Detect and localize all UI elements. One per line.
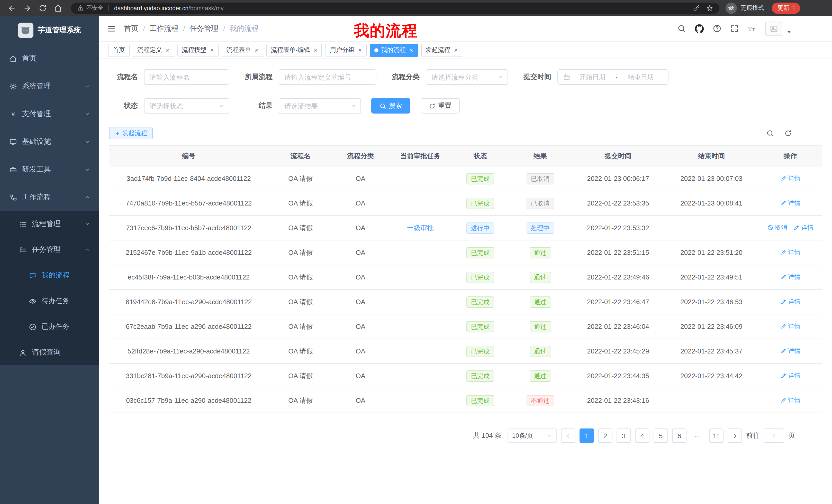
- avatar[interactable]: [765, 21, 782, 36]
- browser-menu-icon[interactable]: [791, 5, 797, 11]
- breadcrumb-item-2[interactable]: 任务管理: [190, 24, 218, 33]
- detail-action-link[interactable]: 详情: [780, 248, 800, 257]
- table-row: 819442e8-7b9a-11ec-a290-acde48001122OA 请…: [109, 289, 822, 314]
- detail-action-link[interactable]: 详情: [780, 322, 800, 331]
- detail-action-link[interactable]: 详情: [780, 298, 800, 306]
- sidebar-item-7[interactable]: 任务管理: [0, 237, 99, 262]
- browser-back-icon[interactable]: [8, 4, 16, 12]
- sidebar-item-0[interactable]: 首页: [0, 45, 99, 73]
- sidebar-item-4[interactable]: 研发工具: [0, 156, 99, 184]
- refresh-table-icon[interactable]: [784, 129, 792, 137]
- detail-action-link[interactable]: 详情: [780, 371, 800, 380]
- cell-category: OA: [333, 388, 388, 413]
- result-tag: 通过: [529, 272, 551, 283]
- tab-close-icon[interactable]: ×: [358, 47, 362, 53]
- status-select[interactable]: [144, 98, 229, 114]
- breadcrumb-item-1[interactable]: 工作流程: [150, 24, 178, 33]
- pagination-prev-button[interactable]: [561, 428, 575, 443]
- create-process-button[interactable]: 发起流程: [109, 127, 153, 139]
- tab-close-icon[interactable]: ×: [409, 47, 413, 53]
- cancel-action-link[interactable]: 取消: [767, 223, 787, 232]
- tab-close-icon[interactable]: ×: [255, 47, 258, 53]
- browser-reload-icon[interactable]: [38, 4, 47, 12]
- security-warning-icon[interactable]: [77, 5, 84, 11]
- tab-close-icon[interactable]: ×: [210, 47, 214, 53]
- sidebar-item-1[interactable]: 系统管理: [0, 73, 99, 100]
- detail-action-link[interactable]: 详情: [780, 273, 800, 282]
- detail-action-link[interactable]: 详情: [780, 347, 800, 356]
- sidebar-item-11[interactable]: 请假查询: [0, 340, 99, 365]
- pager-page-6[interactable]: 6: [672, 428, 686, 443]
- process-name-input-inner[interactable]: [145, 70, 229, 84]
- pager-page-3[interactable]: 3: [617, 428, 631, 443]
- detail-action-link[interactable]: 详情: [780, 199, 800, 207]
- sidebar-item-6[interactable]: 流程管理: [0, 211, 99, 237]
- sidebar-item-2[interactable]: ¥支付管理: [0, 100, 99, 128]
- fullscreen-icon[interactable]: [730, 24, 739, 33]
- tab-7[interactable]: 发起流程×: [421, 44, 462, 57]
- result-select[interactable]: [279, 98, 361, 114]
- update-button[interactable]: 更新: [772, 2, 800, 13]
- avatar-caret-icon[interactable]: [786, 29, 792, 35]
- help-icon[interactable]: [713, 24, 722, 33]
- tab-1[interactable]: 流程定义×: [133, 44, 174, 57]
- tab-close-icon[interactable]: ×: [165, 47, 170, 53]
- pager-page-5[interactable]: 5: [654, 428, 668, 443]
- tab-0[interactable]: 首页: [108, 44, 130, 57]
- font-size-icon[interactable]: TT: [748, 24, 756, 33]
- search-button[interactable]: 搜索: [371, 98, 410, 114]
- pager-page-2[interactable]: 2: [598, 428, 613, 443]
- bookmark-icon[interactable]: [706, 4, 713, 11]
- detail-action-link-label: 详情: [788, 273, 800, 282]
- header-search-icon[interactable]: [677, 24, 686, 33]
- pager-page-11[interactable]: 11: [709, 428, 724, 443]
- process-def-input[interactable]: [279, 69, 376, 85]
- pagination-next-button[interactable]: [728, 428, 742, 443]
- pager-page-4[interactable]: 4: [635, 428, 649, 443]
- address-bar[interactable]: 不安全 dashboard.yudao.iocoder.cn/bpm/task/…: [71, 2, 719, 13]
- toggle-search-icon[interactable]: [766, 129, 774, 137]
- sidebar-item-9[interactable]: 待办任务: [0, 288, 99, 314]
- breadcrumb-separator: /: [223, 24, 225, 33]
- detail-action-link[interactable]: 详情: [780, 396, 800, 405]
- cell-result: 通过: [508, 363, 572, 388]
- reset-button[interactable]: 重置: [421, 98, 460, 114]
- goto-page-input[interactable]: [763, 428, 784, 443]
- status-select-inner[interactable]: [145, 99, 229, 113]
- detail-action-link[interactable]: 详情: [794, 223, 813, 232]
- process-def-input-inner[interactable]: [279, 70, 376, 84]
- sidebar-item-3[interactable]: 基础设施: [0, 128, 99, 156]
- tab-4[interactable]: 流程表单-编辑×: [266, 44, 322, 57]
- submit-time-range-picker[interactable]: 开始日期 - 结束日期: [557, 69, 669, 85]
- user-icon: [19, 348, 27, 356]
- category-select[interactable]: [426, 69, 508, 85]
- tab-close-icon[interactable]: ×: [314, 47, 317, 53]
- detail-action-link[interactable]: 详情: [780, 174, 800, 183]
- tab-6[interactable]: 我的流程×: [370, 44, 418, 57]
- page-size-select[interactable]: 10条/页: [508, 428, 557, 443]
- password-manager-icon[interactable]: [693, 4, 700, 11]
- breadcrumb-item-0[interactable]: 首页: [124, 24, 138, 33]
- cell-category: OA: [333, 166, 388, 191]
- tab-close-icon[interactable]: ×: [454, 47, 458, 53]
- tab-5[interactable]: 用户分组×: [325, 44, 367, 57]
- category-select-inner[interactable]: [426, 70, 508, 84]
- result-tag: 已取消: [526, 198, 554, 209]
- tab-3[interactable]: 流程表单×: [222, 44, 263, 57]
- process-name-input[interactable]: [144, 69, 229, 85]
- result-select-inner[interactable]: [279, 99, 361, 113]
- github-icon[interactable]: [695, 24, 704, 33]
- browser-forward-icon[interactable]: [23, 4, 31, 12]
- cell-status: 进行中: [452, 216, 508, 240]
- sidebar-item-5[interactable]: 工作流程: [0, 184, 99, 211]
- tab-2[interactable]: 流程模型×: [177, 44, 218, 57]
- sidebar-item-10[interactable]: 已办任务: [0, 314, 99, 340]
- current-task-link[interactable]: 一级审批: [407, 224, 434, 231]
- sidebar-item-8[interactable]: 我的流程: [0, 262, 99, 288]
- browser-home-icon[interactable]: [54, 4, 62, 12]
- pager-more[interactable]: ⋯: [691, 428, 705, 443]
- sidebar-toggle-icon[interactable]: [107, 24, 116, 33]
- pager-page-1[interactable]: 1: [579, 428, 594, 443]
- svg-text:T: T: [752, 27, 755, 32]
- start-date-placeholder: 开始日期: [570, 73, 615, 81]
